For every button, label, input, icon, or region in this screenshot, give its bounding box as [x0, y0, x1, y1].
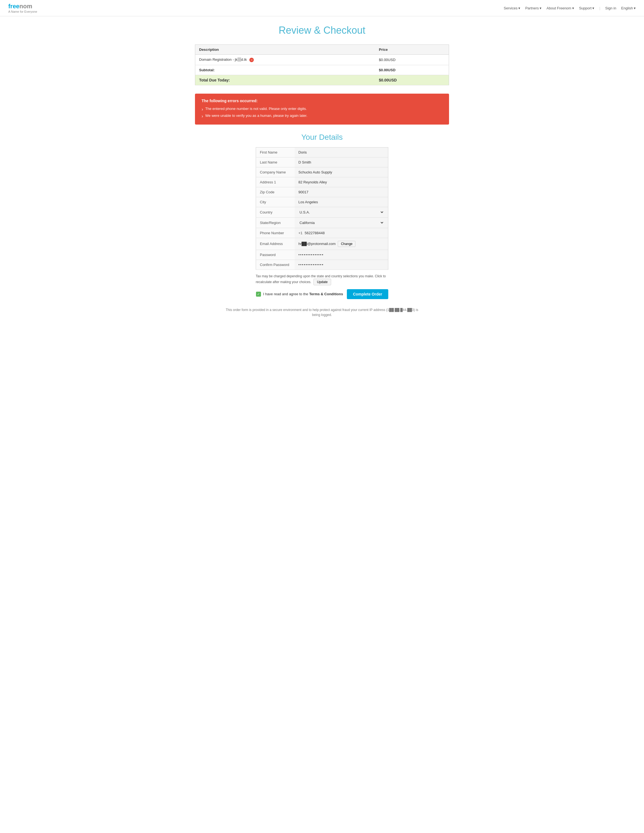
subtotal-value: $0.00USD	[375, 65, 449, 75]
language-chevron-icon: ▾	[634, 6, 636, 10]
nav-links: Services ▾ Partners ▾ About Freenom ▾ Su…	[504, 6, 636, 10]
first-name-row: First Name	[256, 147, 388, 157]
country-value: U.S.A.	[295, 207, 388, 217]
last-name-label: Last Name	[256, 157, 295, 167]
error-box: The following errors occurred: The enter…	[195, 93, 449, 125]
page-title: Review & Checkout	[195, 24, 449, 36]
error-item-1: The entered phone number is not valid. P…	[202, 106, 442, 113]
password-label: Password	[256, 250, 295, 260]
col-description: Description	[195, 45, 375, 55]
about-chevron-icon: ▾	[572, 6, 574, 10]
update-button[interactable]: Update	[313, 279, 331, 285]
logo[interactable]: freenom	[8, 3, 37, 10]
password-input[interactable]	[299, 253, 384, 257]
error-item-2: We were unable to verify you as a human,…	[202, 113, 442, 120]
confirm-password-value	[295, 260, 388, 270]
phone-prefix: +1	[299, 231, 303, 235]
email-display: hr██i@protonmail.com	[299, 242, 336, 246]
email-row: Email Address hr██i@protonmail.com Chang…	[256, 238, 388, 250]
city-input[interactable]	[299, 200, 384, 204]
country-select[interactable]: U.S.A.	[299, 210, 384, 215]
support-chevron-icon: ▾	[593, 6, 594, 10]
zip-row: Zip Code	[256, 187, 388, 197]
brand: freenom A Name for Everyone	[8, 3, 37, 13]
sign-in-link[interactable]: Sign in	[605, 6, 617, 10]
tagline: A Name for Everyone	[8, 10, 37, 13]
language-selector[interactable]: English ▾	[621, 6, 636, 10]
tax-note: Tax may be charged depending upon the st…	[256, 274, 388, 285]
order-description: Domain Registration - jkxxd.tk −	[195, 55, 375, 65]
last-name-value	[295, 157, 388, 167]
password-value	[295, 250, 388, 260]
state-select[interactable]: California	[299, 220, 384, 225]
error-title: The following errors occurred:	[202, 99, 442, 103]
col-price: Price	[375, 45, 449, 55]
change-email-button[interactable]: Change	[338, 241, 355, 247]
state-row: State/Region California	[256, 217, 388, 228]
email-label: Email Address	[256, 238, 295, 250]
confirm-password-label: Confirm Password	[256, 260, 295, 270]
last-name-row: Last Name	[256, 157, 388, 167]
order-row: Domain Registration - jkxxd.tk − $0.00US…	[195, 55, 449, 65]
address1-label: Address 1	[256, 177, 295, 187]
main-content: Review & Checkout Description Price Doma…	[190, 16, 454, 334]
first-name-label: First Name	[256, 147, 295, 157]
agree-row: ✓ I have read and agree to the Terms & C…	[256, 289, 388, 299]
zip-label: Zip Code	[256, 187, 295, 197]
country-label: Country	[256, 207, 295, 217]
subtotal-row: Subtotal: $0.00USD	[195, 65, 449, 75]
address1-input[interactable]	[299, 180, 384, 184]
nav-divider: |	[599, 6, 600, 10]
phone-input[interactable]	[305, 231, 384, 235]
state-value: California	[295, 217, 388, 228]
agree-checkbox[interactable]: ✓	[256, 292, 261, 297]
details-title: Your Details	[195, 133, 449, 142]
phone-value: +1	[295, 228, 388, 238]
city-label: City	[256, 197, 295, 207]
address1-row: Address 1	[256, 177, 388, 187]
error-list: The entered phone number is not valid. P…	[202, 106, 442, 120]
first-name-value	[295, 147, 388, 157]
confirm-password-row: Confirm Password	[256, 260, 388, 270]
navbar: freenom A Name for Everyone Services ▾ P…	[0, 0, 644, 16]
domain-description: Domain Registration - jkxxd.tk	[199, 58, 247, 61]
email-input-row: hr██i@protonmail.com Change	[299, 241, 384, 247]
confirm-password-input[interactable]	[299, 263, 384, 267]
logo-nom: nom	[19, 3, 32, 10]
agree-text: I have read and agree to the Terms & Con…	[263, 292, 343, 296]
city-value	[295, 197, 388, 207]
zip-input[interactable]	[299, 190, 384, 194]
agree-label: ✓ I have read and agree to the Terms & C…	[256, 292, 343, 297]
password-row: Password	[256, 250, 388, 260]
complete-order-button[interactable]: Complete Order	[347, 289, 388, 299]
phone-input-row: +1	[299, 231, 384, 235]
order-price: $0.00USD	[375, 55, 449, 65]
phone-label: Phone Number	[256, 228, 295, 238]
zip-value	[295, 187, 388, 197]
total-label: Total Due Today:	[195, 75, 375, 85]
total-value: $0.00USD	[375, 75, 449, 85]
company-name-value	[295, 167, 388, 177]
order-table: Description Price Domain Registration - …	[195, 45, 449, 85]
subtotal-label: Subtotal:	[195, 65, 375, 75]
email-value: hr██i@protonmail.com Change	[295, 238, 388, 250]
nav-services[interactable]: Services ▾	[504, 6, 520, 10]
total-row: Total Due Today: $0.00USD	[195, 75, 449, 85]
nav-support[interactable]: Support ▾	[579, 6, 594, 10]
services-chevron-icon: ▾	[518, 6, 520, 10]
last-name-input[interactable]	[299, 160, 384, 164]
nav-partners[interactable]: Partners ▾	[525, 6, 541, 10]
city-row: City	[256, 197, 388, 207]
country-row: Country U.S.A.	[256, 207, 388, 217]
details-table: First Name Last Name Company Name	[256, 147, 388, 270]
first-name-input[interactable]	[299, 150, 384, 154]
remove-icon[interactable]: −	[249, 58, 254, 62]
nav-about[interactable]: About Freenom ▾	[546, 6, 574, 10]
company-name-input[interactable]	[299, 170, 384, 174]
logo-free: free	[8, 3, 19, 10]
state-label: State/Region	[256, 217, 295, 228]
partners-chevron-icon: ▾	[540, 6, 541, 10]
address1-value	[295, 177, 388, 187]
footer-note: This order form is provided in a secure …	[225, 307, 419, 317]
phone-row: Phone Number +1	[256, 228, 388, 238]
